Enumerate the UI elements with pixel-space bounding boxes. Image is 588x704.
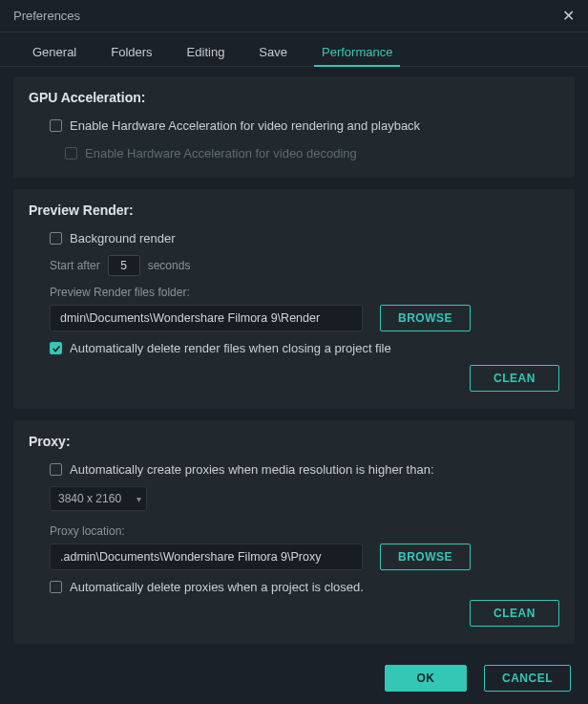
start-after-post: seconds (148, 259, 191, 272)
preview-browse-button[interactable]: BROWSE (380, 305, 471, 331)
tab-performance[interactable]: Performance (304, 39, 410, 66)
tab-save[interactable]: Save (242, 39, 304, 66)
preview-clean-button[interactable]: CLEAN (470, 365, 559, 392)
cancel-button[interactable]: CANCEL (484, 665, 571, 692)
close-icon[interactable]: ✕ (562, 7, 575, 25)
auto-delete-proxy-checkbox[interactable] (50, 581, 62, 593)
background-render-checkbox[interactable] (50, 232, 62, 245)
gpu-rendering-checkbox[interactable] (50, 119, 62, 132)
start-after-pre: Start after (50, 259, 100, 272)
start-after-input[interactable] (108, 255, 140, 276)
panel-gpu: GPU Acceleration: Enable Hardware Accele… (13, 76, 575, 178)
gpu-heading: GPU Acceleration: (29, 90, 559, 105)
background-render-label: Background render (70, 231, 176, 245)
gpu-decoding-label: Enable Hardware Acceleration for video d… (85, 146, 357, 160)
ok-button[interactable]: OK (385, 665, 467, 692)
preview-folder-label: Preview Render files folder: (50, 286, 559, 299)
window-title: Preferences (13, 9, 80, 23)
auto-delete-render-label: Automatically delete render files when c… (70, 341, 391, 355)
auto-delete-render-checkbox[interactable] (50, 342, 62, 354)
tab-editing[interactable]: Editing (170, 39, 242, 66)
tab-general[interactable]: General (15, 39, 94, 66)
gpu-rendering-label: Enable Hardware Acceleration for video r… (70, 118, 420, 133)
preview-folder-input[interactable] (50, 305, 363, 331)
proxy-clean-button[interactable]: CLEAN (470, 600, 559, 627)
panel-proxy: Proxy: Automatically create proxies when… (13, 420, 575, 644)
proxy-resolution-wrap: 3840 x 2160 ▾ (50, 486, 147, 511)
proxy-resolution-select[interactable]: 3840 x 2160 (50, 486, 147, 511)
auto-create-proxy-checkbox[interactable] (50, 463, 62, 476)
auto-create-proxy-label: Automatically create proxies when media … (70, 462, 434, 477)
auto-delete-proxy-label: Automatically delete proxies when a proj… (70, 580, 364, 594)
proxy-browse-button[interactable]: BROWSE (380, 544, 471, 570)
tab-folders[interactable]: Folders (94, 39, 169, 66)
proxy-heading: Proxy: (29, 434, 559, 449)
proxy-location-label: Proxy location: (50, 524, 559, 538)
gpu-decoding-checkbox (65, 147, 77, 160)
footer: OK CANCEL (0, 655, 588, 692)
panel-preview: Preview Render: Background render Start … (13, 189, 575, 409)
proxy-location-input[interactable] (50, 544, 363, 570)
tab-bar: General Folders Editing Save Performance (0, 36, 588, 67)
titlebar: Preferences ✕ (0, 0, 588, 32)
preview-heading: Preview Render: (29, 203, 559, 218)
content: GPU Acceleration: Enable Hardware Accele… (0, 67, 588, 644)
